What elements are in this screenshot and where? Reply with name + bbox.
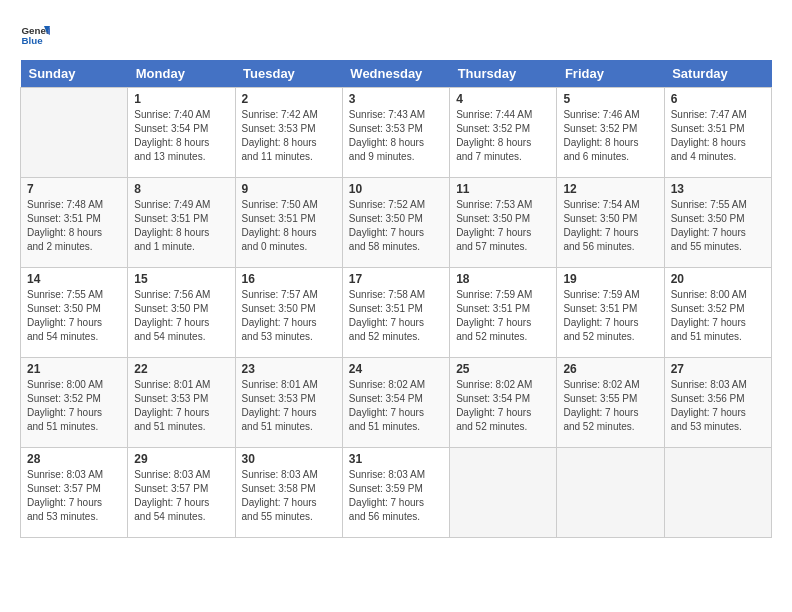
day-number: 6 (671, 92, 765, 106)
calendar-cell: 30Sunrise: 8:03 AM Sunset: 3:58 PM Dayli… (235, 448, 342, 538)
calendar-cell: 11Sunrise: 7:53 AM Sunset: 3:50 PM Dayli… (450, 178, 557, 268)
day-info: Sunrise: 7:59 AM Sunset: 3:51 PM Dayligh… (456, 288, 550, 344)
day-number: 7 (27, 182, 121, 196)
calendar-week-row: 1Sunrise: 7:40 AM Sunset: 3:54 PM Daylig… (21, 88, 772, 178)
day-number: 27 (671, 362, 765, 376)
day-info: Sunrise: 8:03 AM Sunset: 3:59 PM Dayligh… (349, 468, 443, 524)
day-number: 11 (456, 182, 550, 196)
day-number: 26 (563, 362, 657, 376)
calendar-header-row: SundayMondayTuesdayWednesdayThursdayFrid… (21, 60, 772, 88)
header-thursday: Thursday (450, 60, 557, 88)
calendar-cell: 22Sunrise: 8:01 AM Sunset: 3:53 PM Dayli… (128, 358, 235, 448)
day-info: Sunrise: 8:02 AM Sunset: 3:55 PM Dayligh… (563, 378, 657, 434)
calendar-week-row: 21Sunrise: 8:00 AM Sunset: 3:52 PM Dayli… (21, 358, 772, 448)
calendar-cell: 9Sunrise: 7:50 AM Sunset: 3:51 PM Daylig… (235, 178, 342, 268)
day-info: Sunrise: 7:44 AM Sunset: 3:52 PM Dayligh… (456, 108, 550, 164)
day-number: 4 (456, 92, 550, 106)
calendar-week-row: 14Sunrise: 7:55 AM Sunset: 3:50 PM Dayli… (21, 268, 772, 358)
day-info: Sunrise: 8:03 AM Sunset: 3:58 PM Dayligh… (242, 468, 336, 524)
calendar-cell (21, 88, 128, 178)
day-info: Sunrise: 8:01 AM Sunset: 3:53 PM Dayligh… (134, 378, 228, 434)
day-info: Sunrise: 8:00 AM Sunset: 3:52 PM Dayligh… (27, 378, 121, 434)
day-info: Sunrise: 7:55 AM Sunset: 3:50 PM Dayligh… (27, 288, 121, 344)
day-number: 12 (563, 182, 657, 196)
day-info: Sunrise: 7:59 AM Sunset: 3:51 PM Dayligh… (563, 288, 657, 344)
day-info: Sunrise: 7:52 AM Sunset: 3:50 PM Dayligh… (349, 198, 443, 254)
day-number: 25 (456, 362, 550, 376)
calendar-cell: 4Sunrise: 7:44 AM Sunset: 3:52 PM Daylig… (450, 88, 557, 178)
calendar-cell: 13Sunrise: 7:55 AM Sunset: 3:50 PM Dayli… (664, 178, 771, 268)
calendar-cell (664, 448, 771, 538)
day-info: Sunrise: 8:02 AM Sunset: 3:54 PM Dayligh… (349, 378, 443, 434)
header: General Blue (20, 20, 772, 50)
calendar-cell: 25Sunrise: 8:02 AM Sunset: 3:54 PM Dayli… (450, 358, 557, 448)
calendar-cell: 19Sunrise: 7:59 AM Sunset: 3:51 PM Dayli… (557, 268, 664, 358)
day-number: 5 (563, 92, 657, 106)
calendar-cell: 24Sunrise: 8:02 AM Sunset: 3:54 PM Dayli… (342, 358, 449, 448)
day-info: Sunrise: 8:02 AM Sunset: 3:54 PM Dayligh… (456, 378, 550, 434)
calendar-cell: 6Sunrise: 7:47 AM Sunset: 3:51 PM Daylig… (664, 88, 771, 178)
calendar-cell: 26Sunrise: 8:02 AM Sunset: 3:55 PM Dayli… (557, 358, 664, 448)
calendar-week-row: 28Sunrise: 8:03 AM Sunset: 3:57 PM Dayli… (21, 448, 772, 538)
day-info: Sunrise: 7:43 AM Sunset: 3:53 PM Dayligh… (349, 108, 443, 164)
day-info: Sunrise: 7:53 AM Sunset: 3:50 PM Dayligh… (456, 198, 550, 254)
day-number: 14 (27, 272, 121, 286)
calendar-body: 1Sunrise: 7:40 AM Sunset: 3:54 PM Daylig… (21, 88, 772, 538)
logo-icon: General Blue (20, 20, 50, 50)
calendar-cell: 10Sunrise: 7:52 AM Sunset: 3:50 PM Dayli… (342, 178, 449, 268)
day-info: Sunrise: 7:55 AM Sunset: 3:50 PM Dayligh… (671, 198, 765, 254)
calendar-cell: 17Sunrise: 7:58 AM Sunset: 3:51 PM Dayli… (342, 268, 449, 358)
calendar-cell: 18Sunrise: 7:59 AM Sunset: 3:51 PM Dayli… (450, 268, 557, 358)
calendar-cell: 29Sunrise: 8:03 AM Sunset: 3:57 PM Dayli… (128, 448, 235, 538)
day-info: Sunrise: 7:56 AM Sunset: 3:50 PM Dayligh… (134, 288, 228, 344)
day-number: 30 (242, 452, 336, 466)
day-number: 21 (27, 362, 121, 376)
day-info: Sunrise: 7:48 AM Sunset: 3:51 PM Dayligh… (27, 198, 121, 254)
header-monday: Monday (128, 60, 235, 88)
calendar-cell: 28Sunrise: 8:03 AM Sunset: 3:57 PM Dayli… (21, 448, 128, 538)
calendar-cell (557, 448, 664, 538)
day-info: Sunrise: 7:54 AM Sunset: 3:50 PM Dayligh… (563, 198, 657, 254)
day-number: 28 (27, 452, 121, 466)
day-info: Sunrise: 7:57 AM Sunset: 3:50 PM Dayligh… (242, 288, 336, 344)
day-number: 1 (134, 92, 228, 106)
day-number: 17 (349, 272, 443, 286)
calendar-cell: 23Sunrise: 8:01 AM Sunset: 3:53 PM Dayli… (235, 358, 342, 448)
day-info: Sunrise: 7:49 AM Sunset: 3:51 PM Dayligh… (134, 198, 228, 254)
calendar-cell: 1Sunrise: 7:40 AM Sunset: 3:54 PM Daylig… (128, 88, 235, 178)
day-number: 3 (349, 92, 443, 106)
calendar-cell: 12Sunrise: 7:54 AM Sunset: 3:50 PM Dayli… (557, 178, 664, 268)
day-number: 29 (134, 452, 228, 466)
day-info: Sunrise: 7:50 AM Sunset: 3:51 PM Dayligh… (242, 198, 336, 254)
day-number: 18 (456, 272, 550, 286)
calendar-cell: 14Sunrise: 7:55 AM Sunset: 3:50 PM Dayli… (21, 268, 128, 358)
calendar-cell: 21Sunrise: 8:00 AM Sunset: 3:52 PM Dayli… (21, 358, 128, 448)
day-info: Sunrise: 7:42 AM Sunset: 3:53 PM Dayligh… (242, 108, 336, 164)
day-number: 23 (242, 362, 336, 376)
day-number: 2 (242, 92, 336, 106)
header-tuesday: Tuesday (235, 60, 342, 88)
logo: General Blue (20, 20, 50, 50)
calendar-cell: 8Sunrise: 7:49 AM Sunset: 3:51 PM Daylig… (128, 178, 235, 268)
day-number: 9 (242, 182, 336, 196)
day-number: 19 (563, 272, 657, 286)
calendar-cell: 15Sunrise: 7:56 AM Sunset: 3:50 PM Dayli… (128, 268, 235, 358)
day-number: 24 (349, 362, 443, 376)
day-number: 13 (671, 182, 765, 196)
day-info: Sunrise: 8:01 AM Sunset: 3:53 PM Dayligh… (242, 378, 336, 434)
header-friday: Friday (557, 60, 664, 88)
day-info: Sunrise: 8:03 AM Sunset: 3:57 PM Dayligh… (134, 468, 228, 524)
svg-text:Blue: Blue (22, 35, 44, 46)
header-saturday: Saturday (664, 60, 771, 88)
calendar-cell: 3Sunrise: 7:43 AM Sunset: 3:53 PM Daylig… (342, 88, 449, 178)
calendar-cell: 31Sunrise: 8:03 AM Sunset: 3:59 PM Dayli… (342, 448, 449, 538)
calendar-week-row: 7Sunrise: 7:48 AM Sunset: 3:51 PM Daylig… (21, 178, 772, 268)
header-wednesday: Wednesday (342, 60, 449, 88)
day-info: Sunrise: 8:03 AM Sunset: 3:56 PM Dayligh… (671, 378, 765, 434)
day-info: Sunrise: 7:47 AM Sunset: 3:51 PM Dayligh… (671, 108, 765, 164)
calendar-cell: 5Sunrise: 7:46 AM Sunset: 3:52 PM Daylig… (557, 88, 664, 178)
day-info: Sunrise: 7:40 AM Sunset: 3:54 PM Dayligh… (134, 108, 228, 164)
day-number: 31 (349, 452, 443, 466)
calendar-table: SundayMondayTuesdayWednesdayThursdayFrid… (20, 60, 772, 538)
calendar-cell: 27Sunrise: 8:03 AM Sunset: 3:56 PM Dayli… (664, 358, 771, 448)
